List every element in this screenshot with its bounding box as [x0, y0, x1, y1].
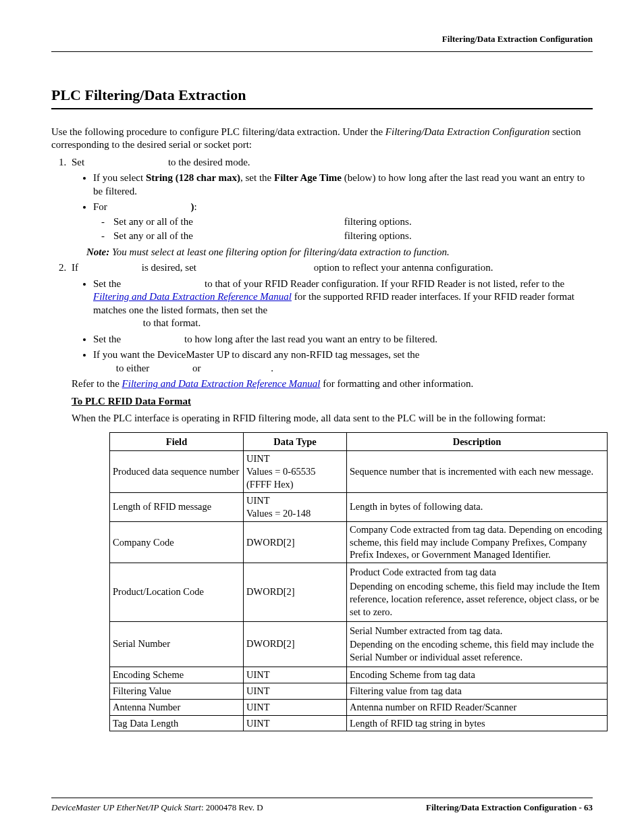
cell-desc: Length in bytes of following data.	[347, 492, 608, 521]
t0l1: UINT	[246, 453, 270, 464]
subheading: To PLC RFID Data Format	[72, 395, 593, 409]
refer-pre: Refer to the	[72, 378, 122, 389]
filter-manual-link-2[interactable]: Filtering and Data Extraction Reference …	[122, 378, 321, 389]
step2-bullet-1: Set the to that of your RFID Reader conf…	[93, 278, 593, 330]
step1-dash-1: Set any or all of the filtering options.	[113, 215, 593, 229]
footer-right: Filtering/Data Extraction Configuration …	[426, 802, 593, 814]
t0l2: Values = 0-65535	[246, 466, 315, 477]
page-footer: DeviceMaster UP EtherNet/IP Quick Start:…	[51, 798, 593, 814]
table-row: Antenna Number UINT Antenna number on RF…	[110, 699, 608, 715]
s2-if-post: option to reflect your antenna configura…	[311, 262, 493, 273]
cell-type: UINT	[244, 683, 347, 699]
s1b1-pre: If you select	[93, 172, 146, 183]
s1d2-post: filtering options.	[342, 230, 412, 241]
step2-bullet-2: Set the to how long after the last read …	[93, 333, 593, 346]
step1-bullet-1: If you select String (128 char max), set…	[93, 172, 593, 198]
s2c3-or: or	[190, 363, 200, 373]
cell-type: UINT	[244, 667, 347, 683]
s1b1-bold2: Filter Age Time	[274, 172, 342, 183]
s1b1-bold1: String (128 char max)	[146, 172, 240, 183]
s1d1-pre: Set any or all of the	[113, 216, 193, 227]
s2c3-mid: to either	[113, 363, 149, 373]
footer-left-ital: DeviceMaster UP EtherNet/IP Quick Start	[51, 802, 201, 812]
table-row: Tag Data Length UINT Length of RFID tag …	[110, 715, 608, 731]
cell-field: Serial Number	[110, 621, 244, 667]
cell-desc: Sequence number that is incremented with…	[347, 451, 608, 493]
cell-desc: Filtering value from tag data	[347, 683, 608, 699]
cell-desc: Serial Number extracted from tag data. D…	[347, 621, 608, 667]
d4p1: Serial Number extracted from tag data.	[350, 625, 604, 637]
t1l2: Values = 20-148	[246, 508, 311, 519]
cell-desc: Encoding Scheme from tag data	[347, 667, 608, 683]
table-row: Produced data sequence number UINTValues…	[110, 451, 608, 493]
s2c1-pre: Set the	[93, 278, 121, 289]
cell-desc: Length of RFID tag string in bytes	[347, 715, 608, 731]
intro-italic: Filtering/Data Extraction Configuration	[385, 126, 549, 137]
cell-desc: Antenna number on RFID Reader/Scanner	[347, 699, 608, 715]
cell-type: UINTValues = 20-148	[244, 492, 347, 521]
cell-field: Tag Data Length	[110, 715, 244, 731]
s2c3-pre: If you want the DeviceMaster UP to disca…	[93, 349, 420, 360]
cell-type: UINT	[244, 715, 347, 731]
intro-pre: Use the following procedure to configure…	[51, 126, 385, 137]
note-label: Note:	[86, 246, 109, 257]
rfid-data-format-table: Field Data Type Description Produced dat…	[109, 432, 608, 732]
cell-field: Filtering Value	[110, 683, 244, 699]
cell-field: Encoding Scheme	[110, 667, 244, 683]
cell-type: UINTValues = 0-65535(FFFF Hex)	[244, 451, 347, 493]
step-1: Set to the desired mode. If you select S…	[69, 156, 593, 259]
s2c3-end: .	[269, 363, 274, 373]
d3p2: Depending on encoding scheme, this field…	[350, 580, 604, 619]
d3p1: Product Code extracted from tag data	[350, 566, 604, 579]
s1b2-post: :	[194, 201, 197, 212]
table-row: Encoding Scheme UINT Encoding Scheme fro…	[110, 667, 608, 683]
footer-left: DeviceMaster UP EtherNet/IP Quick Start:…	[51, 802, 263, 814]
step-2: If is desired, set option to reflect you…	[69, 261, 593, 731]
s2-if-pre: If	[72, 262, 78, 273]
d4p2: Depending on the encoding scheme, this f…	[350, 638, 604, 664]
step1-set-post: to the desired mode.	[165, 157, 250, 167]
cell-type: UINT	[244, 699, 347, 715]
s2c2-post: to how long after the last read you want…	[182, 334, 437, 344]
step1-set-pre: Set	[72, 157, 84, 167]
step2-bullet-3: If you want the DeviceMaster UP to disca…	[93, 348, 593, 375]
running-header: Filtering/Data Extraction Configuration	[442, 34, 593, 45]
cell-field: Antenna Number	[110, 699, 244, 715]
s1b2-pre: For	[93, 201, 107, 212]
s1b2-bold: )	[188, 201, 194, 212]
cell-desc: Product Code extracted from tag data Dep…	[347, 563, 608, 621]
s2c2-pre: Set the	[93, 334, 121, 344]
table-row: Length of RFID message UINTValues = 20-1…	[110, 492, 608, 521]
refer-line: Refer to the Filtering and Data Extracti…	[72, 377, 593, 391]
cell-field: Length of RFID message	[110, 492, 244, 521]
table-row: Product/Location Code DWORD[2] Product C…	[110, 563, 608, 621]
s2c1-mid: to that of your RFID Reader configuratio…	[202, 278, 564, 289]
note: Note: You must select at least one filte…	[86, 246, 593, 259]
cell-type: DWORD[2]	[244, 521, 347, 563]
table-row: Serial Number DWORD[2] Serial Number ext…	[110, 621, 608, 667]
table-row: Filtering Value UINT Filtering value fro…	[110, 683, 608, 699]
cell-type: DWORD[2]	[244, 621, 347, 667]
t0l3: (FFFF Hex)	[246, 479, 294, 490]
cell-type: DWORD[2]	[244, 563, 347, 621]
footer-left-rest: : 2000478 Rev. D	[201, 802, 263, 812]
th-datatype: Data Type	[244, 432, 347, 451]
refer-post: for formatting and other information.	[321, 378, 474, 389]
s1d2-pre: Set any or all of the	[113, 230, 193, 241]
s1d1-post: filtering options.	[342, 216, 412, 227]
cell-field: Product/Location Code	[110, 563, 244, 621]
cell-field: Company Code	[110, 521, 244, 563]
cell-desc: Company Code extracted from tag data. De…	[347, 521, 608, 563]
step1-dash-2: Set any or all of the filtering options.	[113, 230, 593, 243]
th-description: Description	[347, 432, 608, 451]
step1-bullet-2: For ): Set any or all of the filtering o…	[93, 201, 593, 243]
table-row: Company Code DWORD[2] Company Code extra…	[110, 521, 608, 563]
filter-manual-link-1[interactable]: Filtering and Data Extraction Reference …	[93, 291, 292, 302]
cell-field: Produced data sequence number	[110, 451, 244, 493]
s1b1-mid: , set the	[240, 172, 274, 183]
when-paragraph: When the PLC interface is operating in R…	[72, 412, 593, 425]
s2-if-mid: is desired, set	[139, 262, 196, 273]
s2c1-tail: to that format.	[140, 317, 200, 328]
t1l1: UINT	[246, 495, 270, 506]
section-heading: PLC Filtering/Data Extraction	[51, 86, 593, 105]
